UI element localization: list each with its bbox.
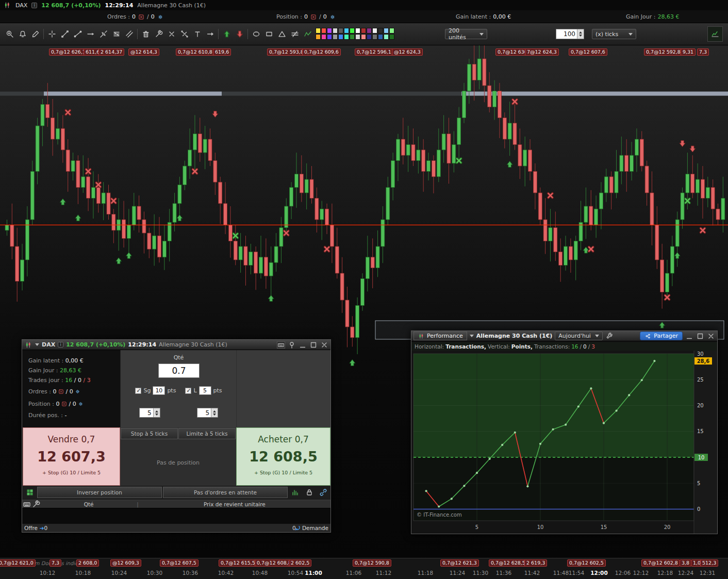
color-swatch[interactable] [344, 28, 349, 34]
limit-pts-input[interactable] [199, 386, 211, 395]
grid-icon[interactable] [23, 486, 36, 499]
buy-button[interactable]: Acheter 0,7 12 608,5 + Stop (G) 10 / Lim… [236, 427, 330, 486]
orders-settings-icon[interactable] [157, 13, 164, 21]
maximize-icon[interactable] [309, 341, 318, 349]
segment-icon[interactable] [71, 27, 84, 41]
triangle-icon[interactable] [275, 27, 288, 41]
trash-icon[interactable] [139, 27, 152, 41]
rect-icon[interactable] [262, 27, 275, 41]
color-swatch[interactable] [389, 28, 394, 34]
tick-count-stepper[interactable] [556, 29, 584, 39]
chart-style-button[interactable] [707, 26, 723, 42]
color-swatch[interactable] [338, 34, 343, 40]
color-swatch[interactable] [367, 34, 372, 40]
trendline-icon[interactable] [58, 27, 71, 41]
zoom-icon[interactable] [3, 27, 16, 41]
cross-dot-icon[interactable] [178, 27, 191, 41]
performance-icon[interactable] [289, 486, 302, 499]
limit-ticks-input[interactable] [197, 408, 211, 417]
color-swatch[interactable] [384, 34, 389, 40]
info-icon[interactable]: i [58, 342, 63, 348]
color-swatch[interactable] [344, 34, 349, 40]
arrow-right-icon[interactable] [204, 27, 217, 41]
color-swatch[interactable] [378, 34, 383, 40]
pitchfork-icon[interactable] [97, 27, 110, 41]
color-swatch[interactable] [321, 28, 326, 34]
channel-icon[interactable] [123, 27, 136, 41]
stepper-arrows[interactable] [577, 29, 584, 39]
minimize-icon[interactable] [685, 333, 693, 340]
color-swatch[interactable] [316, 34, 321, 40]
maximize-icon[interactable] [696, 333, 704, 340]
color-swatch[interactable] [327, 28, 332, 34]
color-swatch[interactable] [372, 28, 377, 34]
cancel-orders-icon[interactable] [138, 13, 145, 21]
info-icon[interactable]: i [31, 3, 37, 8]
stop-ticks-input[interactable] [140, 408, 153, 417]
fib-icon[interactable] [110, 27, 123, 41]
tab-performance[interactable]: Performance [413, 332, 467, 340]
close-icon[interactable] [320, 341, 328, 349]
color-swatch[interactable] [367, 28, 372, 34]
no-position-label: Pas de position [120, 440, 236, 486]
timeframe-select[interactable]: (x) ticks [592, 29, 636, 39]
close-position-icon[interactable] [310, 13, 317, 21]
qty-input[interactable] [158, 363, 200, 378]
color-swatch[interactable] [355, 28, 360, 34]
table-icon[interactable] [22, 501, 31, 508]
share-button[interactable]: Partager [640, 332, 683, 340]
color-swatch[interactable] [333, 34, 338, 40]
stop-ticks-stepper[interactable] [139, 408, 160, 418]
position-settings-icon[interactable] [329, 13, 336, 21]
table-tools-icon[interactable] [31, 501, 41, 508]
stop-order-button[interactable]: Stop à 5 ticks [121, 428, 178, 439]
minimize-icon[interactable] [299, 341, 307, 349]
bell-icon[interactable] [16, 27, 29, 41]
close-icon[interactable] [707, 333, 715, 340]
color-swatch[interactable] [378, 28, 383, 34]
text-icon[interactable] [191, 27, 204, 41]
color-swatch[interactable] [327, 34, 332, 40]
color-swatch[interactable] [372, 34, 377, 40]
trade-window-titlebar[interactable]: DAX i 12 608,7 (+0,10%) 12:29:14 Allemag… [22, 340, 330, 350]
wrench-icon[interactable] [605, 333, 614, 340]
stop-pts-input[interactable] [153, 386, 165, 395]
performance-titlebar[interactable]: Performance Allemagne 30 Cash (1€) Aujou… [411, 331, 717, 341]
limit-checkbox[interactable] [185, 388, 191, 394]
color-swatch[interactable] [361, 28, 366, 34]
marker-icon[interactable] [29, 27, 42, 41]
pin-icon[interactable] [288, 341, 296, 349]
color-swatch[interactable] [384, 28, 389, 34]
color-swatch[interactable] [389, 34, 394, 40]
crosshair-icon[interactable] [45, 27, 58, 41]
inverse-position-button[interactable]: Inverser position [37, 487, 162, 498]
sell-button[interactable]: Vendre 0,7 12 607,3 + Stop (G) 10 / Limi… [23, 427, 120, 486]
limit-order-button[interactable]: Limite à 5 ticks [178, 428, 236, 439]
link-icon[interactable] [317, 486, 329, 499]
ray-icon[interactable] [84, 27, 97, 41]
color-swatch[interactable] [316, 28, 321, 34]
period-select[interactable]: Aujourd'hui [555, 332, 603, 340]
units-select[interactable]: 200 unités [445, 29, 487, 39]
channels-icon[interactable] [288, 27, 301, 41]
limit-ticks-stepper[interactable] [197, 408, 218, 418]
zigzag-icon[interactable] [301, 27, 314, 41]
tick-count-input[interactable] [556, 29, 577, 39]
keyboard-icon[interactable] [277, 341, 285, 349]
tools-icon[interactable] [152, 27, 165, 41]
color-swatch[interactable] [333, 28, 338, 34]
color-swatch[interactable] [350, 34, 355, 40]
pending-orders-button[interactable]: Pas d'ordres en attente [163, 487, 288, 498]
color-swatch[interactable] [350, 28, 355, 34]
ellipse-icon[interactable] [250, 27, 262, 41]
arrow-up-icon[interactable] [220, 27, 233, 41]
color-swatch[interactable] [355, 34, 360, 40]
color-swatch[interactable] [361, 34, 366, 40]
lock-icon[interactable] [303, 486, 316, 499]
performance-instrument[interactable]: Allemagne 30 Cash (1€) [470, 333, 553, 339]
cross-icon[interactable] [165, 27, 178, 41]
color-swatch[interactable] [321, 34, 326, 40]
color-swatch[interactable] [338, 28, 343, 34]
stop-checkbox[interactable] [135, 388, 141, 394]
arrow-down-icon[interactable] [233, 27, 246, 41]
